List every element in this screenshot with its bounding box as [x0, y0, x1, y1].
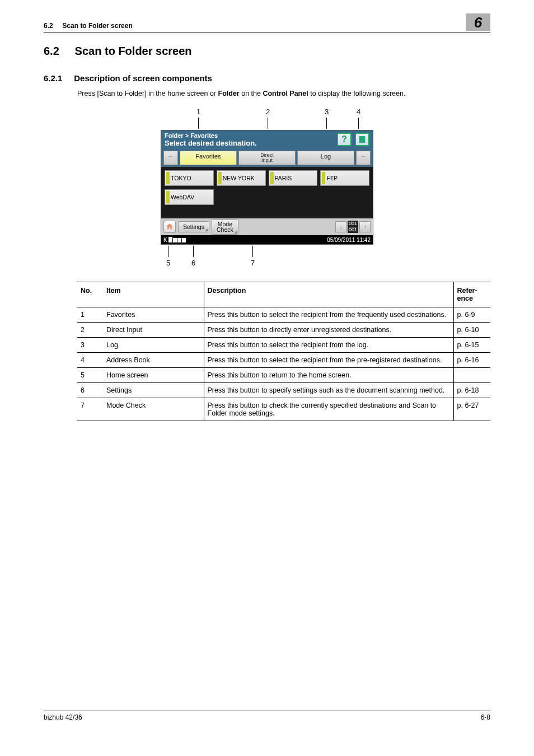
tab-next-arrow[interactable]: →	[356, 151, 371, 165]
dest-paris[interactable]: PARIS	[269, 170, 318, 186]
dest-ftp[interactable]: FTP	[320, 170, 369, 186]
callout-5: 5	[166, 259, 170, 267]
settings-button[interactable]: Settings	[178, 221, 209, 232]
callout-6: 6	[191, 259, 195, 267]
table-row: 5Home screenPress this button to return …	[77, 368, 490, 383]
page-indicator: 001001	[348, 221, 358, 234]
callout-7: 7	[251, 259, 255, 267]
th-desc: Description	[204, 282, 453, 307]
arrow-left-icon: ←	[168, 153, 174, 160]
th-ref: Refer- ence	[453, 282, 490, 307]
callout-3: 3	[325, 108, 329, 116]
mode-check-button[interactable]: ModeCheck	[212, 220, 238, 235]
dest-webdav[interactable]: WebDAV	[165, 189, 214, 205]
toner-k-label: K	[163, 237, 167, 243]
running-header: 6.2 Scan to Folder screen 6	[44, 17, 490, 32]
tab-log[interactable]: Log	[297, 151, 354, 165]
chapter-badge: 6	[466, 13, 490, 31]
device-figure: 1 2 3 4 Folder > Favorites Select desire…	[161, 108, 373, 267]
arrow-down-icon: ↓	[339, 223, 343, 231]
page-footer: bizhub 42/36 6-8	[44, 711, 490, 721]
home-button[interactable]	[163, 221, 176, 233]
arrow-up-icon: ↑	[363, 223, 367, 231]
table-row: 2Direct InputPress this button to direct…	[77, 323, 490, 338]
page-up-button[interactable]: ↑	[359, 221, 371, 232]
callout-2: 2	[266, 108, 270, 116]
th-item: Item	[103, 282, 204, 307]
address-book-button[interactable]	[355, 133, 369, 146]
page-down-button[interactable]: ↓	[335, 221, 346, 232]
dest-newyork[interactable]: NEW YORK	[217, 170, 266, 186]
header-section-ref: 6.2	[44, 22, 53, 30]
header-section-name: Scan to Folder screen	[62, 22, 132, 30]
status-datetime: 05/09/2011 11:42	[327, 237, 371, 243]
th-no: No.	[77, 282, 103, 307]
table-row: 1FavoritesPress this button to select th…	[77, 307, 490, 323]
subsection-title: 6.2.1 Description of screen components	[44, 73, 490, 83]
home-icon	[165, 222, 174, 231]
tab-favorites[interactable]: Favorites	[180, 151, 237, 165]
dest-tokyo[interactable]: TOKYO	[165, 170, 214, 186]
intro-text: Press [Scan to Folder] in the home scree…	[77, 90, 490, 97]
table-row: 4Address BookPress this button to select…	[77, 353, 490, 368]
footer-product: bizhub 42/36	[44, 713, 82, 721]
toner-levels-icon	[168, 237, 186, 242]
section-title: 6.2 Scan to Folder screen	[44, 45, 490, 58]
table-row: 7Mode CheckPress this button to check th…	[77, 398, 490, 421]
callout-1: 1	[196, 108, 200, 116]
footer-page: 6-8	[481, 713, 490, 721]
callout-4: 4	[357, 108, 360, 116]
device-screen: Folder > Favorites Select desired destin…	[161, 130, 373, 245]
table-row: 6SettingsPress this button to specify se…	[77, 383, 490, 398]
tab-prev-arrow[interactable]: ←	[163, 151, 178, 165]
components-table: No. Item Description Refer- ence 1Favori…	[77, 282, 490, 421]
table-row: 3LogPress this button to select the reci…	[77, 338, 490, 353]
question-icon: ?	[341, 134, 347, 144]
address-book-icon	[358, 135, 367, 144]
status-bar: K 05/09/2011 11:42	[161, 235, 373, 244]
arrow-right-icon: →	[360, 153, 367, 160]
help-button[interactable]: ?	[337, 133, 352, 146]
tab-direct-input[interactable]: DirectInput	[238, 151, 296, 165]
